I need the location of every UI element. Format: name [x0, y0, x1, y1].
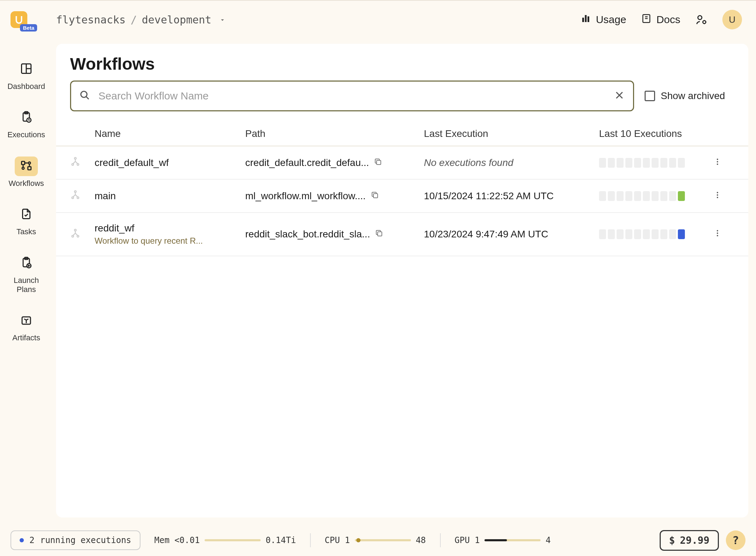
workflow-name[interactable]: credit_default_wf — [95, 157, 245, 168]
copy-icon[interactable] — [371, 190, 379, 202]
execution-bar — [617, 158, 624, 168]
svg-point-40 — [75, 229, 76, 231]
svg-point-26 — [75, 158, 76, 159]
help-button[interactable]: ? — [726, 530, 745, 550]
workflow-icon — [70, 228, 95, 241]
running-count: 2 — [29, 535, 34, 545]
svg-rect-0 — [582, 18, 584, 22]
svg-point-7 — [703, 21, 706, 24]
checkbox-icon[interactable] — [645, 91, 655, 101]
execution-bars — [599, 158, 708, 168]
table-row[interactable]: main ml_workflow.ml_workflow.... 10/15/2… — [56, 180, 748, 213]
copy-icon[interactable] — [375, 229, 383, 240]
svg-point-16 — [28, 162, 30, 164]
row-menu-icon[interactable] — [713, 229, 734, 240]
table-row[interactable]: credit_default_wf credit_default.credit_… — [56, 146, 748, 180]
execution-bar — [652, 229, 659, 239]
logo[interactable]: Beta — [11, 9, 35, 30]
cpu-metric: CPU 1 48 — [325, 535, 426, 545]
chevron-down-icon[interactable] — [219, 14, 226, 26]
sidebar: Dashboard Executions Workflows Tasks Lau… — [0, 39, 53, 524]
gpu-label: GPU — [455, 535, 470, 545]
svg-point-32 — [717, 164, 718, 165]
row-menu-icon[interactable] — [713, 190, 734, 202]
execution-bar — [634, 191, 641, 201]
last-execution: 10/15/2024 11:22:52 AM UTC — [424, 190, 599, 202]
cpu-bar — [355, 539, 411, 541]
execution-bar — [652, 191, 659, 201]
sidebar-item-dashboard[interactable]: Dashboard — [5, 56, 47, 95]
breadcrumb-separator: / — [131, 14, 137, 26]
docs-label: Docs — [657, 14, 680, 26]
execution-bars — [599, 229, 708, 239]
search-box[interactable] — [70, 81, 634, 111]
execution-bar — [643, 158, 650, 168]
usage-link[interactable]: Usage — [580, 13, 626, 26]
workflow-path: ml_workflow.ml_workflow.... — [245, 190, 366, 202]
sidebar-label: Launch Plans — [5, 276, 47, 294]
show-archived-label: Show archived — [661, 90, 725, 102]
sidebar-item-executions[interactable]: Executions — [5, 104, 47, 143]
workflow-icon — [20, 159, 33, 173]
cpu-max: 48 — [416, 535, 426, 545]
workflow-name[interactable]: reddit_wf — [95, 223, 245, 234]
svg-point-42 — [77, 235, 79, 237]
svg-point-38 — [717, 194, 718, 196]
dollar-icon: $ — [669, 535, 675, 546]
avatar[interactable]: U — [722, 10, 742, 29]
status-dot-icon — [20, 538, 24, 542]
user-settings-icon[interactable] — [695, 13, 708, 26]
row-menu-icon[interactable] — [713, 157, 734, 168]
execution-bar — [608, 158, 615, 168]
svg-point-30 — [717, 159, 718, 160]
breadcrumb-project[interactable]: flytesnacks — [56, 14, 126, 26]
execution-bar — [678, 158, 685, 168]
svg-rect-1 — [585, 15, 586, 22]
svg-rect-15 — [28, 167, 31, 170]
execution-bar — [625, 191, 632, 201]
execution-bar — [669, 191, 676, 201]
file-check-icon — [20, 208, 33, 222]
execution-bar — [669, 158, 676, 168]
clear-search-icon[interactable] — [614, 90, 625, 102]
package-icon — [20, 314, 33, 328]
gpu-max: 4 — [545, 535, 550, 545]
execution-bar — [599, 229, 606, 239]
workflow-description: Workflow to query recent R... — [95, 236, 228, 246]
execution-bar — [678, 191, 685, 201]
header-last-10: Last 10 Executions — [599, 128, 708, 139]
breadcrumb[interactable]: flytesnacks / development — [56, 14, 226, 26]
execution-bar — [652, 158, 659, 168]
mem-label: Mem — [154, 535, 170, 545]
table-row[interactable]: reddit_wf Workflow to query recent R... … — [56, 213, 748, 256]
running-executions-pill[interactable]: 2 running executions — [11, 530, 140, 550]
sidebar-label: Workflows — [8, 179, 44, 188]
svg-point-31 — [717, 161, 718, 162]
workflow-path: credit_default.credit_defau... — [245, 157, 369, 168]
show-archived-toggle[interactable]: Show archived — [645, 90, 725, 102]
cost-button[interactable]: $ 29.99 — [660, 530, 719, 551]
docs-link[interactable]: Docs — [641, 13, 680, 26]
last-execution: No executions found — [424, 157, 599, 168]
divider — [440, 533, 441, 547]
sidebar-item-artifacts[interactable]: Artifacts — [5, 307, 47, 346]
copy-icon[interactable] — [374, 157, 382, 168]
sidebar-item-workflows[interactable]: Workflows — [5, 153, 47, 192]
search-input[interactable] — [98, 90, 606, 102]
execution-bar — [678, 229, 685, 239]
execution-bar — [660, 191, 667, 201]
workflow-name[interactable]: main — [95, 190, 245, 202]
execution-bar — [634, 229, 641, 239]
svg-point-17 — [22, 167, 24, 169]
cpu-current: 1 — [345, 535, 350, 545]
page-title: Workflows — [56, 44, 748, 81]
svg-rect-14 — [22, 161, 25, 165]
sidebar-item-tasks[interactable]: Tasks — [5, 201, 47, 240]
breadcrumb-domain[interactable]: development — [142, 14, 212, 26]
svg-point-34 — [72, 197, 74, 199]
gpu-metric: GPU 1 4 — [455, 535, 551, 545]
svg-point-37 — [717, 192, 718, 193]
sidebar-item-launch-plans[interactable]: Launch Plans — [5, 250, 47, 298]
last-execution: 10/23/2024 9:47:49 AM UTC — [424, 229, 599, 240]
execution-bars — [599, 191, 708, 201]
